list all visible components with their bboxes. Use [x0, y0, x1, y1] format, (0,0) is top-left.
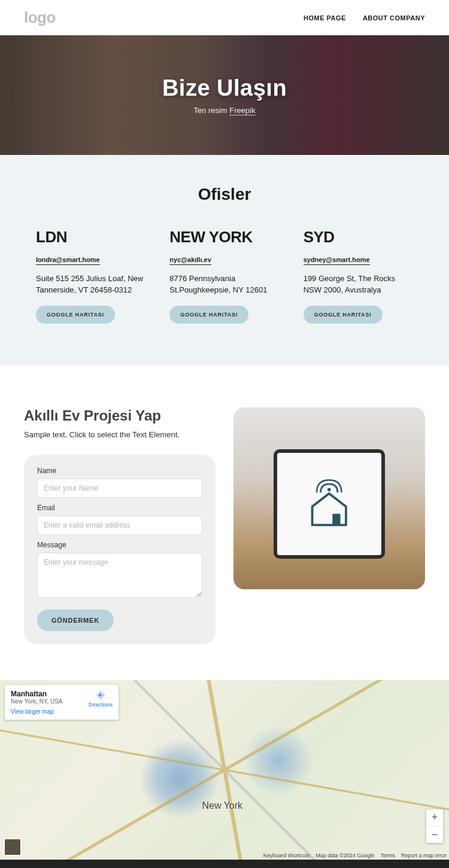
map-section[interactable]: New York Manhattan New York, NY, USA Vie… [0, 680, 449, 860]
site-footer: Sample text. Click to select the Text El… [0, 860, 449, 868]
map-zoom-controls: + − [426, 809, 443, 843]
office-email[interactable]: sydney@smart.home [304, 256, 370, 265]
form-box: Name Email Message GÖNDERMEK [24, 455, 216, 644]
form-subtext: Sample text. Click to select the Text El… [24, 430, 216, 439]
hero-caption-prefix: Ten resim [193, 106, 229, 115]
office-address: 8776 Pennsylvania St.Poughkeepsie, NY 12… [169, 273, 279, 296]
hero-caption: Ten resim Freepik [193, 106, 255, 115]
view-larger-map-link[interactable]: View larger map [11, 708, 54, 715]
nav-about[interactable]: ABOUT COMPANY [363, 14, 425, 22]
input-message[interactable] [37, 553, 202, 598]
map-terms-link[interactable]: Terms [380, 852, 395, 858]
contact-form-section: Akıllı Ev Projesi Yap Sample text. Click… [0, 366, 449, 680]
hero-banner: Bize Ulaşın Ten resim Freepik [0, 35, 449, 155]
google-maps-button[interactable]: GOOGLE HARITASI [169, 306, 248, 324]
nav-home[interactable]: HOME PAGE [304, 14, 346, 22]
directions-icon [95, 690, 106, 701]
hero-caption-link[interactable]: Freepik [229, 106, 255, 115]
office-city: LDN [36, 228, 145, 246]
google-maps-button[interactable]: GOOGLE HARITASI [36, 306, 115, 324]
map-info-card: Manhattan New York, NY, USA View larger … [5, 685, 119, 720]
map-attribution: Keyboard shortcuts Map data ©2024 Google… [263, 852, 447, 858]
zoom-in-button[interactable]: + [426, 809, 443, 826]
office-syd: SYD sydney@smart.home 199 George St, The… [304, 228, 413, 324]
svg-point-0 [327, 488, 331, 492]
input-name[interactable] [37, 479, 202, 498]
office-city: SYD [304, 228, 413, 246]
office-email[interactable]: nyc@akıllı.ev [169, 256, 211, 265]
submit-button[interactable]: GÖNDERMEK [37, 610, 114, 631]
office-ldn: LDN londra@smart.home Suite 515 255 Juli… [36, 228, 145, 324]
tablet-graphic [274, 449, 385, 559]
label-message: Message [37, 541, 202, 549]
directions-label: Directions [89, 702, 113, 708]
input-email[interactable] [37, 516, 202, 535]
smart-home-icon [301, 476, 357, 532]
office-grid: LDN londra@smart.home Suite 515 255 Juli… [36, 228, 413, 324]
map-report-link[interactable]: Report a map error [401, 852, 447, 858]
office-address: Suite 515 255 Julius Loaf, New Tannersid… [36, 273, 145, 296]
office-email[interactable]: londra@smart.home [36, 256, 100, 265]
label-email: Email [37, 504, 202, 512]
form-column: Akıllı Ev Projesi Yap Sample text. Click… [24, 407, 216, 644]
label-name: Name [37, 467, 202, 475]
offices-heading: Ofisler [36, 185, 413, 204]
illustration-column [233, 407, 425, 590]
offices-section: Ofisler LDN londra@smart.home Suite 515 … [0, 155, 449, 366]
directions-button[interactable]: Directions [89, 690, 113, 708]
form-heading: Akıllı Ev Projesi Yap [24, 407, 216, 424]
svg-rect-1 [333, 514, 341, 525]
map-data-copyright: Map data ©2024 Google [315, 852, 374, 858]
zoom-out-button[interactable]: − [426, 826, 443, 843]
office-city: NEW YORK [169, 228, 279, 246]
office-nyc: NEW YORK nyc@akıllı.ev 8776 Pennsylvania… [169, 228, 279, 324]
google-maps-button[interactable]: GOOGLE HARITASI [304, 306, 383, 324]
main-nav: HOME PAGE ABOUT COMPANY [304, 14, 425, 22]
logo[interactable]: logo [24, 8, 56, 27]
site-header: logo HOME PAGE ABOUT COMPANY [0, 0, 449, 35]
smart-home-illustration [233, 407, 425, 590]
hero-title: Bize Ulaşın [162, 75, 287, 101]
office-address: 199 George St, The Rocks NSW 2000, Avust… [304, 273, 413, 296]
map-keyboard-shortcuts[interactable]: Keyboard shortcuts [263, 852, 310, 858]
map-satellite-toggle[interactable] [4, 838, 22, 856]
map-city-label: New York [202, 800, 243, 811]
